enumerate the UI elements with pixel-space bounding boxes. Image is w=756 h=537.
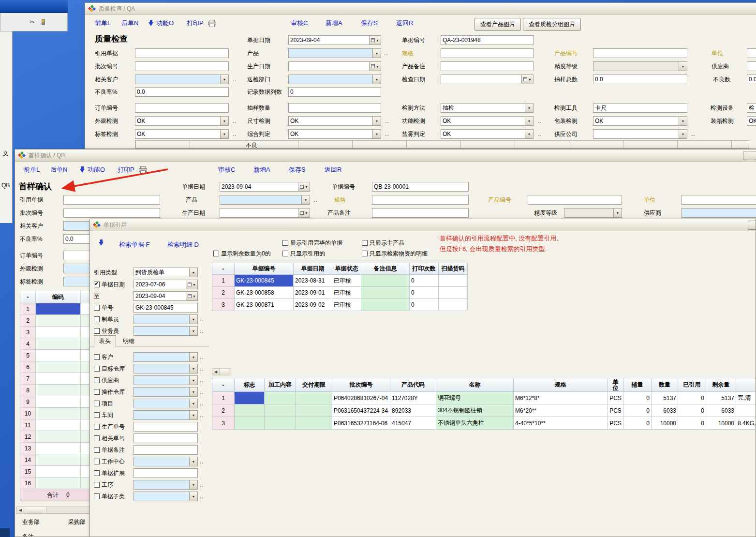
- qb-grid-row[interactable]: 10: [20, 408, 93, 419]
- qa-product-no-input[interactable]: [593, 48, 687, 58]
- qa-defect-qty-input[interactable]: [747, 75, 756, 84]
- qa-ref-doc-input[interactable]: [135, 48, 229, 58]
- qa-unit-input[interactable]: [747, 48, 756, 58]
- qa-salt-select[interactable]: OK▼: [441, 129, 534, 139]
- chevron-down-icon[interactable]: ▼: [220, 75, 228, 84]
- browse-dots[interactable]: ..: [200, 400, 204, 407]
- qa-prev-link[interactable]: 前单L: [95, 19, 111, 28]
- qb-grid-row[interactable]: 14: [20, 454, 93, 466]
- browse-dots[interactable]: ..: [384, 50, 388, 57]
- qb-precision-select[interactable]: ▼: [564, 208, 622, 218]
- chevron-down-icon[interactable]: ▼: [189, 376, 197, 385]
- target-warehouse-checkbox[interactable]: [94, 366, 100, 372]
- supplier-filter-select[interactable]: ▼: [133, 375, 198, 385]
- qa-order-no-input[interactable]: [135, 103, 229, 113]
- maker-checkbox[interactable]: [94, 316, 100, 322]
- related-no-checkbox[interactable]: [94, 435, 100, 441]
- qa-view-group-images-button[interactable]: 查看质检分组图片: [523, 18, 581, 31]
- qb-ref-doc-input[interactable]: [63, 195, 160, 205]
- scrollbar-thumb[interactable]: [220, 369, 229, 375]
- chevron-down-icon[interactable]: ▼: [220, 130, 228, 138]
- qb-grid-row[interactable]: 5: [20, 350, 93, 361]
- qb-func-link[interactable]: 功能O: [88, 165, 105, 174]
- qa-tool-input[interactable]: [593, 103, 687, 113]
- browse-dots[interactable]: ..: [200, 354, 204, 360]
- op-warehouse-checkbox[interactable]: [94, 389, 100, 395]
- tab-header[interactable]: 表头: [94, 335, 116, 347]
- chevron-down-icon[interactable]: ▼: [525, 104, 533, 112]
- qa-sample-qty-input[interactable]: [288, 103, 381, 113]
- qa-spec-input[interactable]: [441, 48, 534, 58]
- browse-dots[interactable]: ..: [313, 196, 318, 203]
- detail-table-row[interactable]: 2 P0631650437224-34 892033 304不锈钢圆柱销 M6*…: [212, 404, 756, 417]
- qb-prod-date-input[interactable]: ▼: [220, 208, 310, 218]
- browse-dots[interactable]: ..: [233, 131, 237, 137]
- customer-filter-select[interactable]: ▼: [133, 352, 198, 362]
- browse-dots[interactable]: ..: [691, 131, 696, 137]
- chevron-down-icon[interactable]: ▼: [189, 364, 197, 373]
- date-to-input[interactable]: 2023-09-04▼: [133, 291, 198, 301]
- doc-note-checkbox[interactable]: [94, 447, 100, 453]
- qb-grid-row[interactable]: 12: [20, 431, 93, 443]
- doc-no-checkbox[interactable]: [94, 305, 100, 311]
- qb-supplier-input[interactable]: [682, 208, 756, 218]
- qb-product-no-input[interactable]: [528, 195, 622, 205]
- qb-grid-row[interactable]: 9: [20, 396, 93, 408]
- taskbar-fragment[interactable]: [0, 528, 10, 537]
- qb-prod-note-input[interactable]: [372, 208, 469, 218]
- qb-save-link[interactable]: 保存S: [289, 165, 306, 174]
- calendar-icon[interactable]: ▼: [521, 75, 533, 84]
- qa-method-select[interactable]: 抽检▼: [441, 103, 534, 113]
- workshop-checkbox[interactable]: [94, 412, 100, 418]
- salesman-select[interactable]: ▼: [133, 326, 198, 336]
- window-button-fragment[interactable]: [743, 151, 756, 160]
- calendar-icon[interactable]: ▼: [186, 292, 197, 300]
- browse-dots[interactable]: ..: [200, 493, 204, 500]
- ref-search-details-link[interactable]: 检索明细 D: [167, 240, 199, 249]
- doc-subtype-select[interactable]: ▼: [133, 492, 198, 501]
- chevron-down-icon[interactable]: ▼: [372, 75, 381, 84]
- browse-dots[interactable]: ..: [385, 118, 389, 124]
- chevron-down-icon[interactable]: ▼: [189, 411, 197, 419]
- chevron-down-icon[interactable]: ▼: [679, 62, 687, 71]
- browse-dots[interactable]: ..: [537, 118, 542, 124]
- qa-add-link[interactable]: 新增A: [326, 19, 342, 28]
- close-button-fragment[interactable]: [748, 221, 756, 230]
- doc-ext-input[interactable]: [133, 468, 198, 478]
- scroll-left-icon[interactable]: ◀: [212, 369, 220, 375]
- chevron-down-icon[interactable]: ▼: [189, 457, 197, 466]
- qa-doc-date-input[interactable]: 2023-09-04▼: [288, 35, 381, 45]
- qb-grid-row[interactable]: 11: [20, 419, 93, 431]
- chevron-down-icon[interactable]: ▼: [679, 117, 687, 125]
- browse-dots[interactable]: ..: [200, 481, 204, 488]
- qa-titlebar[interactable]: 质量检查 / QA: [85, 3, 756, 15]
- salesman-checkbox[interactable]: [94, 328, 100, 334]
- prod-order-input[interactable]: [133, 422, 198, 432]
- chevron-down-icon[interactable]: ▼: [525, 130, 533, 138]
- chevron-down-icon[interactable]: ▼: [372, 117, 381, 125]
- detail-horizontal-scrollbar[interactable]: ◀: [212, 368, 231, 375]
- chevron-down-icon[interactable]: ▼: [189, 480, 197, 489]
- chevron-down-icon[interactable]: ▼: [189, 268, 197, 277]
- browse-dots[interactable]: ..: [537, 131, 542, 137]
- date-from-input[interactable]: 2023-07-06▼: [133, 280, 198, 289]
- qa-audit-link[interactable]: 审核C: [291, 19, 308, 28]
- doc-table-row[interactable]: 3 GK-23-000871 2023-09-02 已审核 0: [212, 299, 468, 311]
- qa-label-chk-select[interactable]: OK▼: [135, 129, 229, 139]
- browse-dots[interactable]: ..: [200, 412, 204, 418]
- qb-grid-row[interactable]: 3: [20, 327, 93, 338]
- chevron-down-icon[interactable]: ▼: [679, 130, 687, 138]
- customer-checkbox[interactable]: [94, 354, 100, 360]
- qa-defect-rate-input[interactable]: [135, 87, 229, 97]
- doc-table-row[interactable]: 1 GK-23-000845 2023-08-31 已审核 0: [212, 275, 468, 287]
- qa-func-link[interactable]: 功能O: [156, 19, 174, 28]
- down-arrow-icon[interactable]: [99, 239, 104, 246]
- qa-device-input[interactable]: [747, 103, 756, 113]
- chevron-down-icon[interactable]: ▼: [189, 492, 197, 501]
- supplier-checkbox[interactable]: [94, 377, 100, 383]
- ref-titlebar[interactable]: 单据引用: [90, 219, 756, 231]
- target-warehouse-select[interactable]: ▼: [133, 364, 198, 373]
- qa-doc-no-input[interactable]: [441, 35, 534, 45]
- only-main-checkbox[interactable]: [362, 240, 368, 246]
- op-warehouse-select[interactable]: ▼: [133, 387, 198, 397]
